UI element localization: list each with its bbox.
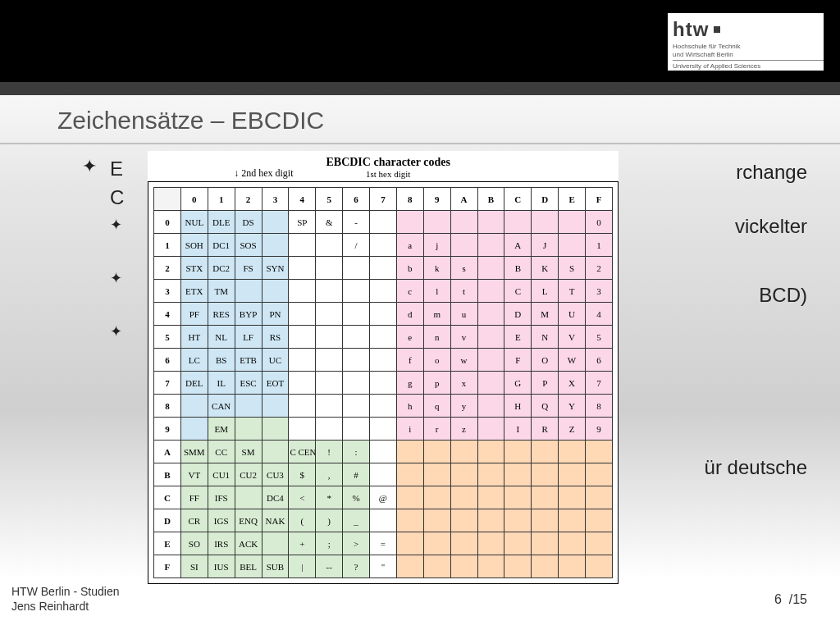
table-cell: IRS — [208, 532, 235, 555]
table-cell — [450, 509, 477, 532]
table-cell: U — [559, 303, 586, 326]
axis-1st-hex: 1st hex digit — [326, 169, 450, 179]
table-cell: > — [343, 532, 370, 555]
table-cell — [235, 486, 262, 509]
table-cell: K — [532, 257, 559, 280]
table-cell: F — [504, 349, 532, 372]
table-cell: | — [289, 555, 316, 578]
table-cell — [477, 441, 504, 463]
figure-title-block: EBCDIC character codes 1st hex digit — [326, 156, 450, 179]
table-cell — [477, 234, 504, 257]
table-cell — [396, 555, 423, 578]
table-cell: ? — [343, 555, 370, 578]
page-title: Zeichensätze – EBCDIC — [57, 107, 324, 135]
table-cell: @ — [370, 486, 397, 509]
row-header: 5 — [154, 326, 181, 349]
table-cell: STX — [180, 257, 208, 280]
table-cell — [289, 418, 316, 441]
table-cell: R — [532, 418, 559, 441]
table-cell: 0 — [586, 211, 613, 234]
table-cell: , — [316, 463, 343, 486]
table-cell: J — [532, 234, 559, 257]
table-cell: _ — [343, 509, 370, 532]
table-cell: NUL — [180, 211, 208, 234]
table-cell — [396, 463, 423, 486]
table-cell — [262, 395, 289, 418]
table-cell — [289, 326, 316, 349]
table-cell — [370, 211, 397, 234]
table-cell: SO — [180, 532, 208, 555]
row-header: 1 — [154, 234, 181, 257]
header-dark-band — [0, 82, 840, 95]
col-header: 7 — [370, 188, 397, 211]
table-cell — [532, 555, 559, 578]
table-cell — [423, 532, 450, 555]
table-cell — [477, 326, 504, 349]
table-cell: DLE — [208, 211, 235, 234]
table-cell — [450, 463, 477, 486]
table-cell — [532, 441, 559, 463]
table-cell: / — [343, 234, 370, 257]
table-cell: IL — [208, 372, 235, 395]
table-cell — [235, 395, 262, 418]
table-cell — [504, 441, 532, 463]
table-cell: ; — [316, 532, 343, 555]
table-cell — [450, 555, 477, 578]
table-cell: 2 — [586, 257, 613, 280]
table-cell — [477, 463, 504, 486]
logo-sublines: Hochschule für Technik und Wirtschaft Be… — [673, 43, 824, 71]
table-cell — [316, 326, 343, 349]
logo-brand: htw — [673, 18, 824, 41]
col-header: C — [504, 188, 532, 211]
table-cell: 8 — [586, 395, 613, 418]
logo-area: htw Hochschule für Technik und Wirtschaf… — [668, 13, 824, 71]
table-cell: CU3 — [262, 463, 289, 486]
table-cell: T — [559, 280, 586, 303]
table-cell: ) — [316, 509, 343, 532]
table-cell: TM — [208, 280, 235, 303]
table-cell — [370, 418, 397, 441]
table-cell: + — [289, 532, 316, 555]
table-cell — [235, 418, 262, 441]
table-cell: 4 — [586, 303, 613, 326]
table-cell: C CENT — [289, 441, 316, 463]
table-cell — [370, 509, 397, 532]
table-cell — [289, 257, 316, 280]
table-cell — [316, 349, 343, 372]
table-cell — [289, 234, 316, 257]
table-cell — [370, 463, 397, 486]
frag-bcd: BCD) — [759, 284, 807, 307]
table-cell — [343, 326, 370, 349]
row-header: C — [154, 486, 181, 509]
table-cell: q — [423, 395, 450, 418]
table-cell: SM — [235, 441, 262, 463]
table-cell: PN — [262, 303, 289, 326]
table-cell — [504, 211, 532, 234]
table-cell: D — [504, 303, 532, 326]
page-total: 15 — [792, 592, 807, 606]
table-cell — [262, 234, 289, 257]
table-cell: RS — [262, 326, 289, 349]
table-cell — [559, 463, 586, 486]
table-cell: SOS — [235, 234, 262, 257]
table-cell: X — [559, 372, 586, 395]
table-cell — [532, 486, 559, 509]
table-cell: CU1 — [208, 463, 235, 486]
table-cell: i — [396, 418, 423, 441]
col-header: 8 — [396, 188, 423, 211]
sub-2-spacer — [135, 270, 140, 294]
table-cell: - — [343, 211, 370, 234]
table-cell: $ — [289, 463, 316, 486]
table-cell — [370, 234, 397, 257]
table-cell — [477, 486, 504, 509]
table-cell — [477, 555, 504, 578]
table-cell — [289, 395, 316, 418]
row-header: 2 — [154, 257, 181, 280]
table-cell: EOT — [262, 372, 289, 395]
table-cell: NL — [208, 326, 235, 349]
table-cell — [396, 509, 423, 532]
table-cell: DS — [235, 211, 262, 234]
table-cell: 3 — [586, 280, 613, 303]
table-cell — [423, 211, 450, 234]
table-cell — [343, 349, 370, 372]
